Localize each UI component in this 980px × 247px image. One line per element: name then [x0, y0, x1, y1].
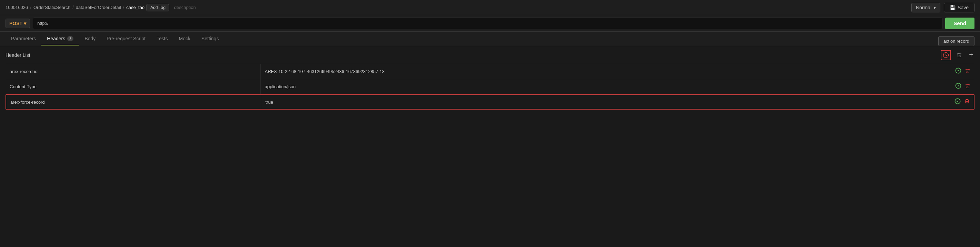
method-chevron-icon: ▾: [24, 21, 26, 26]
breadcrumb-bar: 100016026 / OrderStaticSearch / dataSetF…: [0, 0, 980, 15]
trash-icon: [956, 52, 962, 58]
tab-mock-label: Mock: [179, 36, 190, 41]
table-row: arex-record-id AREX-10-22-68-107-4631266…: [5, 64, 975, 79]
clock-icon: [943, 52, 949, 58]
tab-headers[interactable]: Headers 3: [41, 32, 79, 46]
check-icon-2: [955, 98, 961, 106]
header-key-1: Content-Type: [5, 79, 261, 94]
header-list-title: Header List: [5, 52, 941, 58]
trash-icon-button[interactable]: [955, 51, 964, 59]
tab-prerequest[interactable]: Pre-request Script: [101, 32, 151, 46]
tab-tests[interactable]: Tests: [151, 32, 173, 46]
delete-icon-2[interactable]: [964, 98, 970, 105]
header-key-2: arex-force-record: [6, 95, 261, 109]
tab-tests-label: Tests: [156, 36, 168, 41]
header-list-title-row: Header List +: [5, 46, 975, 64]
header-list-actions: +: [941, 50, 975, 60]
check-icon-0: [955, 68, 961, 76]
chevron-down-icon: ▾: [934, 5, 936, 10]
breadcrumb-sep-0: /: [30, 5, 31, 10]
add-tag-button[interactable]: Add Tag: [146, 4, 169, 11]
tab-headers-badge: 3: [67, 36, 73, 41]
table-row: arex-force-record true: [5, 94, 975, 109]
tab-settings-label: Settings: [201, 36, 219, 41]
normal-label: Normal: [916, 5, 931, 10]
save-button[interactable]: 💾 Save: [944, 3, 975, 13]
header-row-actions-1: [951, 79, 975, 94]
header-value-2: true: [261, 95, 950, 109]
breadcrumb-sep-2: /: [123, 5, 124, 10]
tab-parameters-label: Parameters: [11, 36, 36, 41]
description-placeholder: description: [174, 5, 196, 10]
header-key-0: arex-record-id: [5, 64, 261, 79]
breadcrumb-item-1: OrderStaticSearch: [33, 5, 70, 10]
table-row: Content-Type application/json: [5, 79, 975, 94]
tab-prerequest-label: Pre-request Script: [107, 36, 145, 41]
tab-body[interactable]: Body: [79, 32, 101, 46]
header-row-actions-2: [950, 95, 974, 109]
header-row-actions-0: [951, 64, 975, 79]
header-value-1: application/json: [261, 79, 951, 94]
add-header-button[interactable]: +: [967, 50, 975, 60]
breadcrumb-item-0: 100016026: [5, 5, 28, 10]
clock-icon-button[interactable]: [941, 50, 951, 60]
save-label: Save: [958, 5, 969, 10]
header-list-area: Header List + arex-recor: [0, 46, 980, 109]
url-input[interactable]: [33, 17, 942, 29]
check-icon-1: [955, 83, 961, 90]
breadcrumb-sep-1: /: [72, 5, 74, 10]
send-button[interactable]: Send: [945, 17, 975, 29]
delete-icon-0[interactable]: [965, 68, 970, 75]
delete-icon-1[interactable]: [965, 83, 970, 90]
top-bar-right: Normal ▾ 💾 Save: [912, 3, 975, 13]
method-select[interactable]: POST ▾: [5, 19, 30, 28]
breadcrumb: 100016026 / OrderStaticSearch / dataSetF…: [5, 4, 909, 11]
method-label: POST: [9, 21, 22, 26]
breadcrumb-item-2: dataSetForOrderDetail: [76, 5, 121, 10]
tab-body-label: Body: [84, 36, 95, 41]
plus-icon: +: [969, 51, 973, 59]
tabs-bar: Parameters Headers 3 Body Pre-request Sc…: [0, 32, 980, 46]
action-record-tooltip: action.record: [938, 36, 975, 46]
tab-mock[interactable]: Mock: [173, 32, 196, 46]
url-bar: POST ▾ Send: [0, 15, 980, 32]
tab-parameters[interactable]: Parameters: [5, 32, 41, 46]
breadcrumb-item-3: case_tao: [126, 5, 145, 10]
tab-headers-label: Headers: [47, 36, 65, 41]
normal-dropdown[interactable]: Normal ▾: [912, 3, 940, 13]
save-icon: 💾: [950, 5, 956, 10]
tab-settings[interactable]: Settings: [196, 32, 224, 46]
header-value-0: AREX-10-22-68-107-463126694952436-167869…: [261, 64, 951, 79]
